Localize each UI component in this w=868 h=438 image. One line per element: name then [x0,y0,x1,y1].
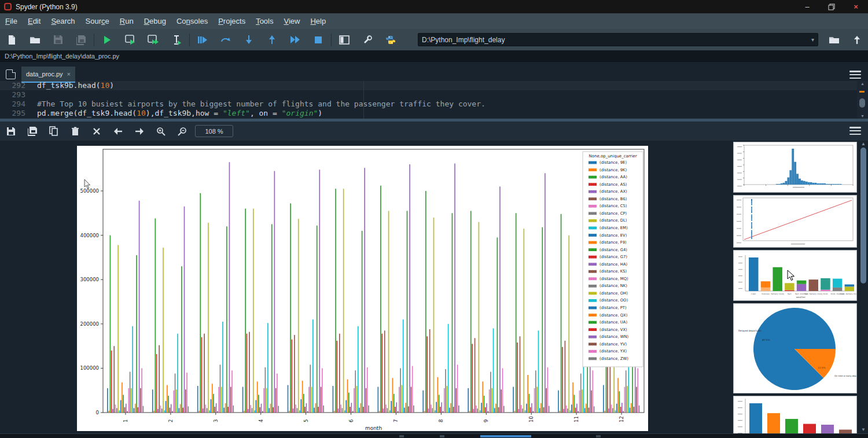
menu-tools[interactable]: Tools [251,17,278,25]
tab-close-icon[interactable]: × [67,71,71,78]
editor-scrollbar[interactable]: ▲ ▼ [857,81,868,119]
debug-step-into-button[interactable] [237,31,260,49]
working-directory-combobox[interactable]: D:\Python_Imp\flight_delay ▾ [418,33,818,46]
debug-file-button[interactable] [191,31,214,49]
plot-save-button[interactable] [0,123,21,139]
scrollbar-thumb[interactable] [860,148,866,284]
plot-remove-all-button[interactable] [86,123,107,139]
thumbnails-scrollbar[interactable]: ▲ ▼ [859,141,868,433]
menu-edit[interactable]: Edit [23,17,46,25]
legend-swatch [589,270,597,273]
legend-swatch [589,292,597,295]
code-editor[interactable]: 292df_tsk9b.head(10)293294#The Top 10 bu… [0,81,857,119]
legend-swatch [589,314,597,316]
scroll-up-icon[interactable]: ▲ [859,141,868,146]
code-line-292[interactable]: 292df_tsk9b.head(10) [0,81,857,90]
scroll-up-icon[interactable]: ▲ [857,82,868,86]
run-cell-button[interactable] [119,31,142,49]
debug-continue-button[interactable] [284,31,307,49]
chevron-down-icon[interactable]: ▾ [811,36,814,43]
menu-bar: FileEditSearchSourceRunDebugConsolesProj… [0,13,868,29]
line-number: 294 [0,100,37,109]
svg-text:(distance, AA): (distance, AA) [599,175,627,179]
editor-options-button[interactable] [849,71,861,79]
svg-text:Rain: Rain [788,293,792,295]
svg-text:400000: 400000 [80,233,99,238]
menu-run[interactable]: Run [115,17,139,25]
line-number: 292 [0,81,37,90]
save-button[interactable] [46,31,69,49]
run-selection-button[interactable] [165,31,188,49]
preferences-button[interactable] [356,31,379,49]
minimize-button[interactable]: – [795,0,819,13]
code-line-293[interactable]: 293 [0,90,857,100]
continue-icon [290,35,301,44]
plot-copy-button[interactable] [43,123,64,139]
file-switcher-icon[interactable] [6,69,16,79]
next-plot-button[interactable] [128,123,150,139]
parent-directory-button[interactable] [845,31,868,49]
thumb-top-bars[interactable] [733,396,857,438]
run-file-button[interactable] [95,31,119,49]
zoom-in-button[interactable] [150,123,171,139]
svg-text:(distance, UA): (distance, UA) [599,320,627,325]
menu-debug[interactable]: Debug [139,17,171,25]
menu-projects[interactable]: Projects [213,17,251,25]
legend-swatch [589,161,597,164]
legend-swatch [589,285,597,288]
python-logo-icon [385,35,396,45]
run-cell-advance-button[interactable] [142,31,165,49]
thumb-pie[interactable]: Delayed departures87.5%12.5%On time or e… [733,303,857,393]
save-all-icon [76,35,87,45]
thumb-histogram[interactable] [733,142,857,193]
previous-plot-button[interactable] [107,123,128,139]
debug-step-return-button[interactable] [260,31,284,49]
new-file-button[interactable] [0,31,23,49]
svg-text:8: 8 [438,419,444,422]
svg-text:Partially cloudy: Partially cloudy [771,293,784,295]
plot-remove-button[interactable] [64,123,86,139]
svg-text:(distance, G4): (distance, G4) [599,248,627,252]
close-button[interactable]: × [844,0,868,13]
debug-step-over-button[interactable] [214,31,237,49]
arrow-up-icon [853,35,861,45]
maximize-pane-button[interactable] [333,31,356,49]
svg-text:weather: weather [796,296,806,299]
plot-save-all-button[interactable] [21,123,43,139]
save-all-icon [27,126,38,136]
scrollbar-thumb[interactable] [859,98,865,108]
arrow-left-icon [113,128,123,135]
svg-text:(distance, NK): (distance, NK) [599,284,627,288]
open-file-button[interactable] [23,31,46,49]
svg-text:(distance, ZW): (distance, ZW) [599,356,628,361]
save-icon [6,127,16,136]
restore-button[interactable] [819,0,844,13]
tab-data-proc[interactable]: data_proc.py × [21,67,75,83]
menu-help[interactable]: Help [305,17,331,25]
browse-directory-button[interactable] [822,31,845,49]
svg-text:0: 0 [96,410,99,415]
code-line-295[interactable]: 295pd.merge(df_tsk9.head(10),df_tsk9b,ho… [0,109,857,118]
scroll-down-icon[interactable]: ▼ [857,114,868,118]
zoom-out-button[interactable] [171,123,193,139]
svg-text:(distance, C5): (distance, C5) [599,204,627,208]
stop-icon [314,36,322,44]
menu-view[interactable]: View [279,17,306,25]
scroll-down-icon[interactable]: ▼ [859,427,868,432]
new-file-icon [6,35,17,45]
menu-source[interactable]: Source [80,17,115,25]
code-line-294[interactable]: 294#The Top 10 busiest airports by the b… [0,100,857,109]
thumb-qq-plot[interactable] [733,195,857,248]
stop-button[interactable] [307,31,330,49]
main-plot-figure[interactable]: 0100000200000300000400000500000123456789… [77,146,648,431]
save-all-button[interactable] [69,31,93,49]
zoom-level-indicator[interactable]: 108 % [195,125,233,137]
python-env-button[interactable] [379,31,402,49]
svg-text:4: 4 [258,419,264,422]
menu-file[interactable]: File [0,17,23,25]
menu-consoles[interactable]: Consoles [171,17,213,25]
trash-icon [71,127,79,136]
thumb-weather-bars[interactable]: ClearOvercastPartially cloudyRainRain, O… [733,250,857,301]
menu-search[interactable]: Search [46,17,80,25]
plots-options-button[interactable] [849,127,861,135]
